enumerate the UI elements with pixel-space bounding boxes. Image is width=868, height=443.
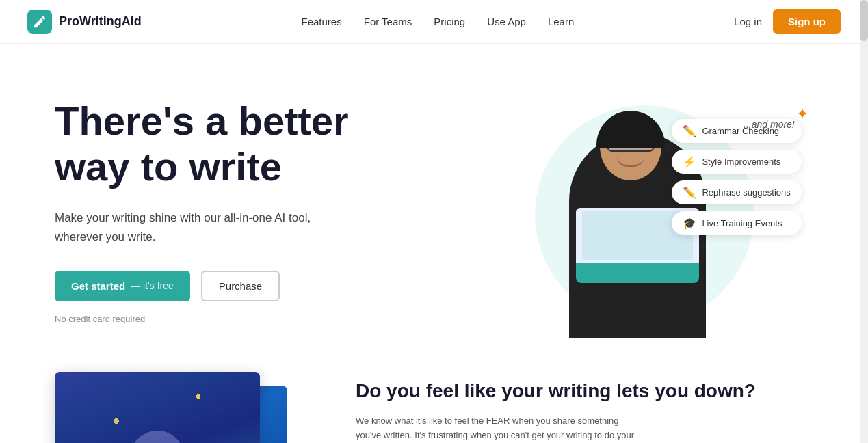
get-started-label: Get started	[71, 280, 125, 292]
navbar: ProWritingAid Features For Teams Pricing…	[0, 0, 868, 44]
star-decoration: ✦	[796, 105, 808, 123]
hero-section: There's a better way to write Make your …	[0, 44, 868, 372]
logo-icon	[27, 10, 52, 34]
logo-svg	[32, 14, 47, 29]
section2-images: My idea in my head	[55, 372, 315, 443]
signup-button[interactable]: Sign up	[773, 9, 841, 34]
pill-rephrase: ✏️ Rephrase suggestions	[672, 180, 801, 204]
hero-illustration: ...and more! ✏️ Grammar Checking ⚡ Style…	[514, 92, 774, 338]
scrollbar[interactable]	[860, 0, 868, 443]
section2: My idea in my head Do you feel like your…	[0, 372, 868, 443]
screenshot-front: My idea in my head	[55, 372, 260, 443]
and-more-text: ...and more!	[744, 119, 795, 130]
hero-title-line2: way to write	[55, 144, 282, 189]
feature-pills: ...and more! ✏️ Grammar Checking ⚡ Style…	[672, 119, 801, 235]
purchase-button[interactable]: Purchase	[201, 271, 280, 301]
section2-right: Do you feel like your writing lets you d…	[356, 372, 813, 443]
starry-night-front	[55, 372, 260, 443]
nav-pricing[interactable]: Pricing	[434, 16, 465, 27]
pill-training-label: Live Training Events	[702, 218, 782, 228]
section2-body-text: We know what it's like to feel the FEAR …	[356, 414, 643, 443]
grammar-icon: ✏️	[683, 124, 696, 137]
style-icon: ⚡	[683, 155, 696, 168]
free-text: — it's free	[131, 280, 174, 291]
nav-learn[interactable]: Learn	[548, 16, 574, 27]
pill-style-label: Style Improvements	[702, 157, 780, 167]
nav-for-teams[interactable]: For Teams	[364, 16, 412, 27]
hero-buttons: Get started — it's free Purchase	[55, 271, 448, 301]
training-icon: 🎓	[683, 217, 696, 230]
login-button[interactable]: Log in	[734, 16, 762, 27]
get-started-button[interactable]: Get started — it's free	[55, 271, 190, 301]
brand-name: ProWritingAid	[59, 14, 142, 29]
nav-features[interactable]: Features	[302, 16, 342, 27]
section2-title-text: Do you feel like your writing lets you d…	[356, 380, 756, 401]
scrollbar-thumb[interactable]	[860, 0, 868, 41]
pill-rephrase-label: Rephrase suggestions	[702, 187, 790, 198]
smile	[617, 157, 644, 167]
hero-subtitle: Make your writing shine with our all-in-…	[55, 209, 328, 245]
screenshot-stack: My idea in my head	[55, 372, 287, 443]
nav-links: Features For Teams Pricing Use App Learn	[302, 16, 575, 27]
pill-style: ⚡ Style Improvements	[672, 150, 801, 174]
hero-title-line1: There's a better	[55, 98, 349, 143]
no-credit-card-text: No credit card required	[55, 314, 448, 324]
section2-title: Do you feel like your writing lets you d…	[356, 379, 813, 403]
rephrase-icon: ✏️	[683, 186, 696, 199]
hero-left: There's a better way to write Make your …	[55, 85, 448, 324]
hair	[596, 111, 665, 148]
nav-actions: Log in Sign up	[734, 9, 841, 34]
hero-title: There's a better way to write	[55, 98, 448, 189]
hero-right: ...and more! ✏️ Grammar Checking ⚡ Style…	[448, 85, 841, 345]
logo[interactable]: ProWritingAid	[27, 10, 142, 34]
nav-use-app[interactable]: Use App	[487, 16, 526, 27]
pill-training: 🎓 Live Training Events	[672, 211, 801, 235]
